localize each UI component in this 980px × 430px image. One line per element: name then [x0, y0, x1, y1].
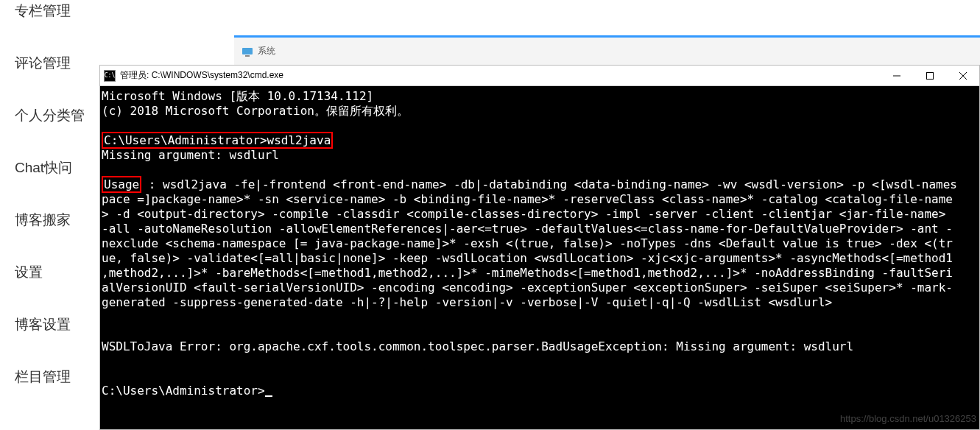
window-controls [880, 66, 979, 85]
cmd-usage-l1: : wsdl2java -fe|-frontend <front-end-nam… [141, 177, 957, 191]
cmd-usage-l9: generated -suppress-generated-date -h|-?… [102, 295, 832, 309]
cmd-prompt-text: C:\Users\Administrator> [104, 133, 267, 147]
svg-rect-0 [242, 48, 253, 54]
cmd-usage-l5: nexclude <schema-namespace [= java-packa… [102, 236, 953, 250]
cmd-title: 管理员: C:\WINDOWS\system32\cmd.exe [120, 69, 875, 82]
sidebar-item-blog-settings[interactable]: 博客设置 [15, 315, 96, 334]
cmd-usage-l2: pace =]package-name>* -sn <service-name>… [102, 192, 953, 206]
cmd-prompt-highlighted: C:\Users\Administrator>wsdl2java [102, 132, 333, 149]
explorer-tab-bar: 系统 [234, 35, 980, 65]
watermark: https://blog.csdn.net/u01326253 [840, 412, 976, 426]
sidebar-item-section[interactable]: 栏目管理 [15, 367, 96, 387]
svg-rect-3 [926, 72, 933, 79]
sidebar-item-blog-move[interactable]: 博客搬家 [15, 211, 96, 230]
cmd-usage-l7: ,method2,...]>* -bareMethods<[=method1,m… [102, 266, 953, 280]
sidebar-item-settings[interactable]: 设置 [15, 263, 96, 282]
cmd-prompt-2: C:\Users\Administrator> [102, 384, 265, 398]
maximize-button[interactable] [913, 66, 946, 85]
cmd-input-command: wsdl2java [267, 133, 331, 147]
cmd-missing-arg: Missing argument: wsdlurl [102, 148, 279, 162]
system-icon [242, 46, 253, 57]
cmd-usage-l3: > -d <output-directory> -compile -classd… [102, 207, 945, 221]
cmd-icon: C:\ [104, 70, 116, 82]
cmd-usage-l8: alVersionUID <fault-serialVersionUID> -e… [102, 281, 953, 295]
sidebar-item-comments[interactable]: 评论管理 [15, 54, 96, 73]
sidebar-item-columns[interactable]: 专栏管理 [15, 1, 96, 21]
explorer-tab-system[interactable]: 系统 [234, 38, 315, 65]
sidebar: 专栏管理 评论管理 个人分类管 Chat快问 博客搬家 设置 博客设置 栏目管理 [0, 0, 96, 430]
cmd-titlebar[interactable]: C:\ 管理员: C:\WINDOWS\system32\cmd.exe [100, 66, 979, 86]
cmd-usage-l4: -all -autoNameResolution -allowElementRe… [102, 222, 953, 236]
svg-rect-1 [245, 55, 250, 57]
minimize-button[interactable] [880, 66, 913, 85]
cmd-usage-label: Usage [102, 176, 141, 193]
cmd-window: C:\ 管理员: C:\WINDOWS\system32\cmd.exe Mic… [99, 65, 980, 430]
explorer-tab-label: 系统 [258, 45, 275, 57]
cmd-usage-l6: ue, false)> -validate<[=all|basic|none]>… [102, 251, 953, 265]
sidebar-item-chat[interactable]: Chat快问 [15, 158, 96, 177]
cmd-line-version: Microsoft Windows [版本 10.0.17134.112] [102, 89, 373, 103]
cmd-error-line: WSDLToJava Error: org.apache.cxf.tools.c… [102, 339, 853, 353]
cmd-body[interactable]: Microsoft Windows [版本 10.0.17134.112] (c… [100, 86, 979, 429]
cmd-line-copyright: (c) 2018 Microsoft Corporation。保留所有权利。 [102, 104, 409, 118]
close-button[interactable] [946, 66, 979, 85]
cmd-cursor [265, 395, 272, 397]
sidebar-item-categories[interactable]: 个人分类管 [15, 106, 96, 125]
